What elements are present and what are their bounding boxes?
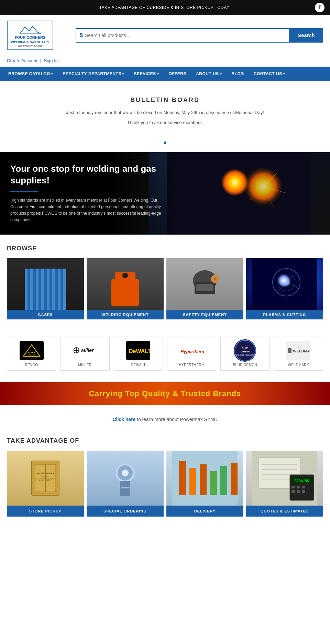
nav-arrow-icon: ▾ — [283, 72, 285, 76]
svg-text:BLACK: BLACK — [28, 351, 35, 353]
quotes-icon: 1234.56 — [252, 451, 317, 506]
svg-text:& GAS SUPPLY: & GAS SUPPLY — [39, 479, 52, 481]
dewalt-logo-area: DeWALT — [124, 340, 152, 361]
blue-demon-logo-icon: BLUE DEMON WELDING PRODUCTS — [234, 340, 256, 361]
bulletin-dot-1[interactable] — [164, 142, 166, 144]
nav-item-contact-us[interactable]: CONTACT US ▾ — [249, 67, 290, 81]
store-pickup-image: FOUR CORNERS WELDING & GAS SUPPLY — [7, 451, 84, 506]
brand-card-miller[interactable]: Miller MILLER — [60, 337, 109, 371]
search-area: $ Search — [76, 28, 323, 43]
take-advantage-title: TAKE ADVANTAGE OF — [7, 437, 323, 444]
svg-rect-56 — [121, 487, 130, 488]
svg-rect-61 — [210, 471, 217, 495]
browse-title: BROWSE — [7, 245, 323, 252]
special-ordering-image — [87, 451, 164, 506]
search-input[interactable] — [85, 33, 285, 38]
hypertherm-label: HYPERTHERM — [179, 363, 205, 367]
facebook-icon[interactable]: f — [315, 3, 324, 12]
revco-label: REVCO — [25, 363, 38, 367]
delivery-label: DELIVERY — [166, 506, 243, 517]
search-button[interactable]: Search — [289, 28, 323, 43]
dewalt-logo-icon: DeWALT — [127, 346, 150, 356]
header: FOUR CORNERS WELDING & GAS SUPPLY The We… — [0, 15, 330, 56]
nav-item-specialty-departments[interactable]: SPECIALTY DEPARTMENTS ▾ — [58, 67, 129, 81]
svg-text:DEMON: DEMON — [241, 350, 250, 353]
service-card-special-ordering[interactable]: SPECIAL ORDERING — [87, 451, 164, 517]
svg-rect-8 — [34, 269, 38, 300]
browse-card-safety-equipment[interactable]: SAFETY EQUIPMENT — [166, 258, 243, 319]
search-prefix-icon: $ — [80, 32, 83, 38]
brand-card-hypertherm[interactable]: Hypertherm HYPERTHERM — [167, 337, 216, 371]
top-banner: TAKE ADVANTAGE OF CURBSIDE & IN-STORE PI… — [0, 0, 330, 15]
plasma-cutting-label: PLASMA & CUTTING — [246, 310, 323, 319]
trusted-banner: Carrying Top Quality & Trusted Brands — [0, 382, 330, 405]
weldmark-logo-area: WELDMARK — [285, 340, 312, 361]
browse-section: BROWSE GASES — [0, 235, 330, 330]
nav-arrow-icon: ▾ — [122, 72, 124, 76]
svg-rect-12 — [56, 269, 60, 300]
powermax-text: to learn more about Powermax SYNC — [135, 417, 217, 422]
logo-area[interactable]: FOUR CORNERS WELDING & GAS SUPPLY The We… — [7, 21, 69, 50]
create-account-link[interactable]: Create Account — [7, 58, 37, 63]
svg-rect-1 — [167, 152, 311, 235]
store-pickup-icon: FOUR CORNERS WELDING & GAS SUPPLY — [25, 454, 66, 502]
hero-left: Your one stop for welding and gas suppli… — [0, 152, 182, 235]
nav-item-offers[interactable]: OFFERS — [164, 67, 191, 81]
svg-rect-18 — [111, 291, 117, 294]
svg-text:WELDING: WELDING — [41, 476, 49, 478]
svg-rect-60 — [200, 464, 207, 495]
weldmark-logo-icon: WELDMARK — [287, 346, 310, 356]
svg-rect-58 — [179, 461, 186, 495]
brand-card-weldmark[interactable]: WELDMARK WELDMARK — [274, 337, 323, 371]
gases-label: GASES — [7, 310, 84, 319]
hero-banner: Your one stop for welding and gas suppli… — [0, 152, 330, 235]
bulletin-title: BULLETIN BOARD — [21, 97, 309, 104]
nav-item-browse-catalog[interactable]: BROWSE CATALOG ▾ — [3, 67, 58, 81]
browse-grid: GASES WELDING EQUIPMENT — [7, 258, 323, 319]
svg-rect-74 — [297, 486, 300, 488]
powermax-link[interactable]: Click here — [112, 417, 135, 422]
nav-item-about-us[interactable]: ABOUT US ▾ — [191, 67, 227, 81]
bulletin-dots — [7, 140, 323, 145]
svg-text:FOUR CORNERS: FOUR CORNERS — [37, 472, 54, 474]
safety-equipment-icon — [184, 262, 226, 306]
nav-arrow-icon: ▾ — [51, 72, 53, 76]
service-card-quotes-estimates[interactable]: 1234.56 QUOTES & ESTIMATES — [246, 451, 323, 517]
svg-text:DeWALT: DeWALT — [129, 348, 150, 354]
hypertherm-logo-area: Hypertherm — [178, 340, 206, 361]
revco-logo-icon: BLACK STALLION — [22, 343, 42, 358]
bulletin-message-1: Just a friendly reminder that we will be… — [21, 109, 309, 116]
brand-card-revco[interactable]: BLACK STALLION REVCO — [7, 337, 56, 371]
browse-card-plasma-cutting[interactable]: PLASMA & CUTTING — [246, 258, 323, 319]
service-card-delivery[interactable]: DELIVERY — [166, 451, 243, 517]
services-grid: FOUR CORNERS WELDING & GAS SUPPLY STORE … — [7, 451, 323, 517]
nav-item-blog[interactable]: BLOG — [227, 67, 249, 81]
sign-in-link[interactable]: Sign In — [44, 58, 58, 63]
service-card-store-pickup[interactable]: FOUR CORNERS WELDING & GAS SUPPLY STORE … — [7, 451, 84, 517]
safety-equipment-image — [166, 258, 243, 310]
svg-rect-59 — [189, 468, 196, 495]
welder-icon — [104, 262, 146, 306]
nav-bar: BROWSE CATALOG ▾ SPECIALTY DEPARTMENTS ▾… — [0, 67, 330, 81]
brands-grid: BLACK STALLION REVCO Miller MILLE — [7, 337, 323, 371]
svg-rect-11 — [50, 269, 55, 300]
quotes-estimates-image: 1234.56 — [246, 451, 323, 506]
svg-rect-16 — [123, 289, 127, 296]
svg-rect-7 — [28, 269, 33, 300]
delivery-image — [166, 451, 243, 506]
nav-item-services[interactable]: SERVICES ▾ — [129, 67, 164, 81]
delivery-icon — [172, 451, 238, 506]
bulletin-message-2: Thank you to all our service members. — [21, 119, 309, 126]
svg-text:1234.56: 1234.56 — [295, 479, 309, 483]
blue-demon-logo-area: BLUE DEMON WELDING PRODUCTS — [231, 340, 259, 361]
browse-card-welding-equipment[interactable]: WELDING EQUIPMENT — [87, 258, 164, 319]
brand-card-blue-demon[interactable]: BLUE DEMON WELDING PRODUCTS BLUE DEMON — [220, 337, 270, 371]
account-separator: | — [40, 58, 41, 63]
brand-card-dewalt[interactable]: DeWALT DEWALT — [114, 337, 163, 371]
svg-rect-77 — [297, 490, 300, 493]
blue-demon-label: BLUE DEMON — [233, 363, 257, 367]
svg-point-55 — [122, 470, 129, 476]
browse-card-gases[interactable]: GASES — [7, 258, 84, 319]
logo-name: FOUR CORNERS WELDING & GAS SUPPLY — [11, 35, 49, 44]
revco-logo-area: BLACK STALLION — [18, 340, 45, 361]
